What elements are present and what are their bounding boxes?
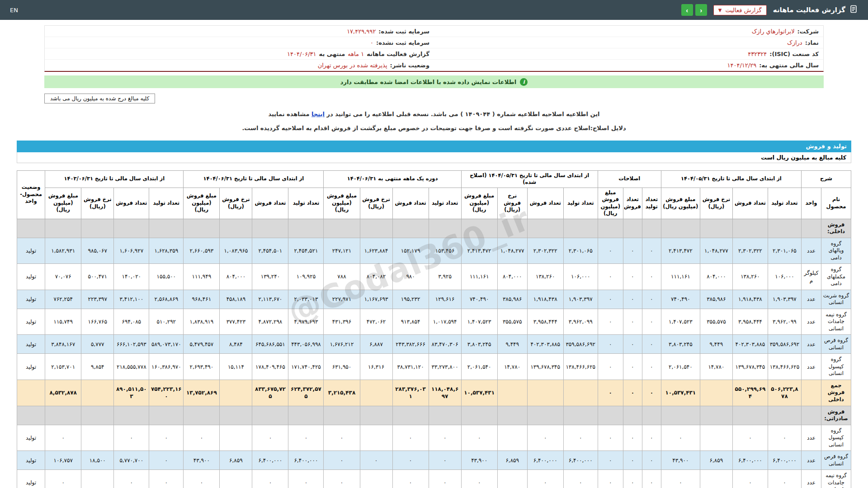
signed-info-banner: i اطلاعات نمایش داده شده با اطلاعات امضا… <box>44 75 824 88</box>
section-row: فروش داخلی: <box>17 219 851 238</box>
value-cell <box>732 219 768 238</box>
value-cell: ۲,۵۶۸,۸۶۹ <box>149 290 184 309</box>
product-name-cell: گروه مکملهای دامی <box>821 264 851 290</box>
value-cell: ۵۰۰,۴۷۱ <box>81 264 114 290</box>
value-cell: ۵۰۶,۲۲۳,۸۷۸ <box>768 380 801 406</box>
value-cell: ۲,۶۹۳,۴۹۰ <box>184 354 220 380</box>
next-announcement-button[interactable]: › <box>695 4 707 16</box>
report-type-dropdown[interactable]: گزارش فعالیت ▼ <box>713 5 767 15</box>
table-body: فروش داخلی:گروه ویالهای دامیعدد۲,۳۰۱,۰۶۵… <box>17 219 851 488</box>
section-row: فروش صادراتی: <box>17 406 851 425</box>
product-status-cell: تولید <box>17 238 45 264</box>
value-cell: ۱۰۶,۷۵۷ <box>45 451 81 470</box>
value-cell <box>360 406 392 425</box>
value-cell: ۳,۹۶۲,۰۹۹ <box>768 309 801 335</box>
value-cell: ۳,۹۵۸,۴۴۴ <box>732 309 768 335</box>
amendment-reason: دلایل اصلاح:اصلاح عددی صورت نگرفته است و… <box>0 124 868 133</box>
value-cell: ۱,۶۲۳,۸۸۴ <box>360 238 392 264</box>
value-cell: ۰ <box>642 380 661 406</box>
value-cell: ۱۶۰,۳۸۶,۹۷۰ <box>149 354 184 380</box>
product-name-cell: گروه قرص انسانی <box>821 335 851 354</box>
isic-label: کد صنعت (ISIC): <box>769 51 819 57</box>
product-row: گروه ویالهای دامیعدد۲,۳۰۱,۰۶۵۲,۳۰۲,۳۲۲۱,… <box>17 238 851 264</box>
value-cell: ۱۳۸,۲۶۰ <box>732 264 768 290</box>
value-cell <box>642 406 661 425</box>
value-cell: ۰ <box>288 470 324 488</box>
value-cell: ۰ <box>623 354 642 380</box>
value-cell: ۱۵۵,۵۰۰ <box>149 264 184 290</box>
product-row: گروه قرص انسانیعدد۶,۴۰۰,۰۰۰۶,۴۰۰,۰۰۰۶,۸۵… <box>17 451 851 470</box>
unit-cell: عدد <box>801 470 821 488</box>
value-cell: ۷۴۰,۴۹۰ <box>461 290 497 309</box>
unit-cell: کیلوگرم <box>801 264 821 290</box>
value-cell: ۶۹۴,۰۸۵ <box>114 309 149 335</box>
value-cell: ۷۶۲,۲۵۴ <box>45 290 81 309</box>
value-cell: ۰ <box>324 425 360 451</box>
product-name-cell: گروه نیمه جامدات انسانی <box>821 309 851 335</box>
value-cell: ۱,۶۲۸,۳۵۹ <box>149 238 184 264</box>
value-cell: ۰ <box>598 425 623 451</box>
unregistered-capital-value: ۰ <box>370 39 373 46</box>
value-cell <box>642 219 661 238</box>
value-cell: ۰ <box>392 425 429 451</box>
value-cell: ۰ <box>642 451 661 470</box>
value-cell: ۱۶,۳۱۶ <box>360 354 392 380</box>
value-cell: ۶۲۴,۳۷۲,۵۷۵ <box>288 380 324 406</box>
value-cell: ۷۵۴,۲۲۳,۱۶۰ <box>149 380 184 406</box>
value-cell: ۵,۴۷۹,۴۵۷ <box>184 335 220 354</box>
symbol-label: نماد: <box>805 39 819 46</box>
value-cell: ۱۳۸,۲۶۰ <box>527 264 563 290</box>
unit-cell: عدد <box>801 309 821 335</box>
value-cell: ۰ <box>392 451 429 470</box>
company-name-label: شرکت: <box>797 28 819 35</box>
value-cell: ۶,۴۰۰,۰۰۰ <box>527 451 563 470</box>
value-cell <box>288 219 324 238</box>
registered-capital-value: ۱۷,۴۲۹,۹۹۲ <box>347 28 376 35</box>
product-name-cell: فروش داخلی: <box>821 219 851 238</box>
value-cell <box>252 219 288 238</box>
value-cell: ۱۴۰,۰۲۰ <box>114 264 149 290</box>
value-cell <box>149 406 184 425</box>
value-cell: ۱۰۶,۰۰۰ <box>768 264 801 290</box>
value-cell: ۲,۴۵۴,۵۰۱ <box>252 238 288 264</box>
header-desc: شرح <box>801 170 851 188</box>
value-cell <box>360 219 392 238</box>
value-cell: ۱,۴۰۷,۵۲۳ <box>661 309 700 335</box>
value-cell: ۵,۷۷۰,۷۰۰ <box>114 451 149 470</box>
value-cell: ۰ <box>642 425 661 451</box>
value-cell: ۰ <box>114 425 149 451</box>
value-cell: ۸۳۳,۶۷۵,۷۲۵ <box>252 380 288 406</box>
value-cell: ۰ <box>642 264 661 290</box>
header-sell-rate: نرخ فروش (ریال) <box>360 188 392 219</box>
value-cell: ۰ <box>642 335 661 354</box>
previous-announcement-button[interactable]: ‹ <box>681 4 693 16</box>
value-cell: ۸۰۴,۰۸۲ <box>360 264 392 290</box>
value-cell: ۰ <box>598 309 623 335</box>
value-cell: ۲۴۳,۳۸۲,۶۶۶ <box>392 335 429 354</box>
announcement-nav-buttons: ‹ › <box>681 4 707 16</box>
header-sell-amount: مبلغ فروش (میلیون ریال) <box>45 188 81 219</box>
language-toggle-en[interactable]: EN <box>10 7 18 14</box>
value-cell: ۴۰۲,۳۰۳,۸۸۵ <box>527 335 563 354</box>
value-cell: ۰ <box>661 470 700 488</box>
header-sell-amount: مبلغ فروش (میلیون ریال) <box>598 188 623 219</box>
header-sell-qty: تعداد فروش <box>732 188 768 219</box>
value-cell: ۷۰,۰۷۶ <box>45 264 81 290</box>
header-sell-qty: تعداد فروش <box>114 188 149 219</box>
publisher-status-row: وضعیت ناشر: پذیرفته شده در بورس تهران <box>45 60 434 71</box>
amendment-line: این اطلاعیه اصلاحیه اطلاعیه شماره ( ۱۴۰۹… <box>0 110 868 119</box>
value-cell <box>700 219 732 238</box>
value-cell <box>598 219 623 238</box>
value-cell: ۰ <box>623 470 642 488</box>
topbar: گزارش فعالیت ماهانه گزارش فعالیت ▼ ‹ › E… <box>0 0 868 20</box>
product-status-cell <box>17 406 45 425</box>
value-cell <box>732 406 768 425</box>
value-cell: ۰ <box>768 470 801 488</box>
fiscal-year-value: ۱۴۰۴/۱۲/۲۹ <box>727 62 757 69</box>
isic-row: کد صنعت (ISIC): ۴۳۲۳۲۴ <box>434 48 823 60</box>
previous-version-link[interactable]: اینجا <box>311 111 325 117</box>
report-type-dropdown-label: گزارش فعالیت <box>725 7 761 14</box>
value-cell: ۱۸,۵۰۰ <box>81 451 114 470</box>
value-cell: ۰ <box>429 425 461 451</box>
value-cell: ۱,۰۴۸,۲۷۷ <box>497 238 527 264</box>
